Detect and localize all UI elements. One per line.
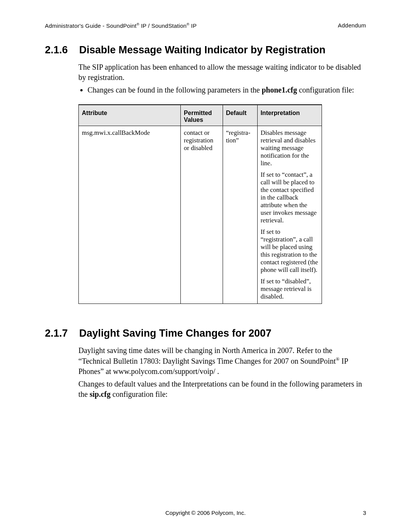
bullet-list: Changes can be found in the following pa… [78,85,366,95]
table-header-row: Attribute Permitted Values Default Inter… [79,105,322,126]
interp-paragraph: Disables message retrieval and disables … [261,129,319,167]
header-text: Administrator's Guide - SoundPoint [45,22,137,29]
list-text: Changes can be found in the following pa… [88,86,262,94]
copyright-text: Copyright © 2006 Polycom, Inc. [165,510,245,516]
interp-paragraph: If set to “registration”, a call will be… [261,228,319,274]
section-heading-217: 2.1.7 Daylight Saving Time Changes for 2… [45,327,366,340]
page-footer: Copyright © 2006 Polycom, Inc. 3 [0,510,411,516]
col-header-interpretation: Interpretation [257,105,322,126]
header-text: IP / SoundStation [139,22,186,29]
section-216-body: The SIP application has been enhanced to… [78,62,366,95]
interp-paragraph: If set to “disabled”, message retrieval … [261,278,319,300]
document-page: Administrator's Guide - SoundPoint® IP /… [0,0,411,532]
col-header-attribute: Attribute [79,105,181,126]
section-217-body: Daylight saving time dates will be chang… [78,345,366,399]
config-filename: phone1.cfg [262,86,297,94]
paragraph: The SIP application has been enhanced to… [78,62,366,83]
col-header-default: Default [223,105,257,126]
table-row: msg.mwi.x.callBackMode contact or regist… [79,126,322,304]
cell-attribute: msg.mwi.x.callBackMode [79,126,181,304]
cell-interpretation: Disables message retrieval and disables … [257,126,322,304]
section-heading-216: 2.1.6 Disable Message Waiting Indicator … [45,43,366,57]
interp-paragraph: If set to “contact”, a call will be plac… [261,171,319,224]
cell-default: “registra­tion” [223,126,257,304]
col-header-permitted: Permitted Values [181,105,223,126]
list-text: configuration file: [297,86,354,94]
paragraph: Changes to default values and the Interp… [78,379,366,399]
section-title: Daylight Saving Time Changes for 2007 [79,327,366,340]
section-number: 2.1.6 [45,43,74,57]
section-title: Disable Message Waiting Indicator by Reg… [79,43,366,57]
header-left: Administrator's Guide - SoundPoint® IP /… [45,22,197,29]
config-filename: sip.cfg [89,390,110,398]
paragraph: Daylight saving time dates will be chang… [78,345,366,377]
page-number: 3 [363,510,366,516]
cell-permitted: contact or registration or disabled [181,126,223,304]
page-header: Administrator's Guide - SoundPoint® IP /… [45,22,366,29]
header-text: IP [190,22,197,29]
header-right: Addendum [338,22,366,29]
registered-mark-icon: ® [336,356,339,362]
registered-mark-icon: ® [186,22,189,26]
registered-mark-icon: ® [137,22,139,26]
paragraph-text: configuration file: [110,390,167,398]
parameter-table: Attribute Permitted Values Default Inter… [78,104,322,304]
paragraph-text: Daylight saving time dates will be chang… [78,346,336,365]
section-number: 2.1.7 [45,327,74,340]
list-item: Changes can be found in the following pa… [88,85,366,95]
